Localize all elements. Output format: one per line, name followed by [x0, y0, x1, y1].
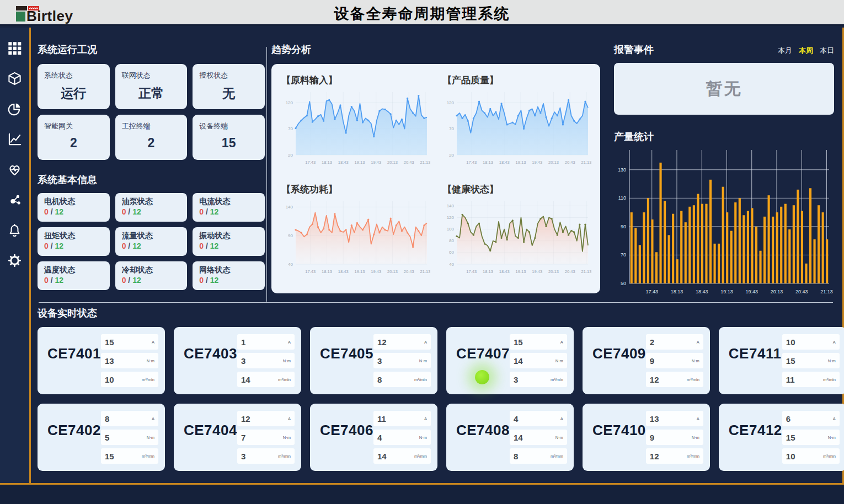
production-bar: [734, 202, 736, 283]
svg-text:19:13: 19:13: [516, 160, 526, 165]
cube-icon[interactable]: [7, 70, 23, 87]
production-bar: [747, 211, 749, 283]
svg-text:20:13: 20:13: [548, 269, 559, 274]
line-chart-icon[interactable]: [7, 131, 23, 147]
raw-input-chart-title: 【原料输入】: [281, 74, 430, 87]
device-card-ce7403[interactable]: CE7403 1 A 3 N·m 14 m³/min: [174, 327, 301, 394]
alarm-tab[interactable]: 本日: [820, 46, 834, 56]
device-card-ce7411[interactable]: CE7411 10 A 15 N·m 11 m³/min: [719, 327, 844, 394]
trend-chart-card: 【原料输入】120702017:4318:1318:4319:1319:4320…: [271, 64, 600, 293]
device-card-ce7405[interactable]: CE7405 12 A 3 N·m 8 m³/min: [310, 327, 437, 394]
apps-grid-icon[interactable]: [7, 40, 23, 56]
production-bar: [726, 212, 728, 283]
device-unit: A: [424, 340, 427, 345]
device-value: 15: [105, 452, 114, 461]
settings-icon[interactable]: [7, 252, 23, 269]
info-card-label: 温度状态: [44, 265, 103, 275]
device-unit: N·m: [283, 435, 291, 440]
device-unit: A: [833, 416, 836, 421]
footer-bar: [0, 485, 844, 504]
svg-text:21:13: 21:13: [581, 160, 591, 165]
production-bar: [826, 239, 828, 283]
svg-text:70: 70: [621, 252, 626, 258]
pie-chart-icon[interactable]: [7, 100, 23, 117]
device-value: 3: [241, 452, 245, 461]
device-unit: m³/min: [414, 454, 427, 459]
production-bar: [722, 187, 724, 283]
alarm-tab[interactable]: 本周: [799, 46, 813, 56]
info-card-count: 0 / 12: [44, 276, 103, 285]
device-value: 13: [650, 414, 659, 423]
info-count-separator: /: [49, 242, 55, 250]
device-value: 14: [514, 356, 523, 366]
health-monitor-icon[interactable]: [7, 161, 23, 178]
svg-text:17:43: 17:43: [645, 289, 658, 294]
device-card-ce7412[interactable]: CE7412 6 A 15 N·m 10 m³/min: [719, 404, 844, 471]
app-header: Birtley 设备全寿命周期管理系统: [0, 0, 844, 26]
svg-text:19:43: 19:43: [532, 269, 542, 274]
production-bar: [680, 211, 682, 283]
device-values-column: 15 A 14 N·m 3 m³/min: [510, 334, 567, 389]
production-bar: [693, 205, 695, 283]
device-name: CE7410: [592, 422, 646, 465]
device-name: CE7403: [184, 345, 237, 389]
svg-text:130: 130: [618, 167, 626, 173]
device-unit: N·m: [419, 435, 427, 440]
device-value: 15: [786, 433, 795, 442]
info-count-current: 0: [199, 276, 204, 285]
info-count-separator: /: [49, 207, 55, 216]
device-value-row: 1 A: [237, 334, 295, 350]
device-card-ce7401[interactable]: CE7401 15 A 13 N·m 10 m³/min: [38, 327, 165, 394]
svg-text:80: 80: [449, 238, 454, 243]
network-icon[interactable]: [7, 191, 23, 208]
device-values-column: 8 A 5 N·m 15 m³/min: [101, 411, 158, 465]
status-indicator-green: [475, 370, 489, 384]
run-card-label: 系统状态: [44, 71, 103, 81]
device-card-ce7406[interactable]: CE7406 11 A 4 N·m 14 m³/min: [310, 404, 437, 471]
device-value: 3: [377, 356, 382, 366]
production-bar: [709, 180, 712, 283]
svg-text:17:43: 17:43: [305, 160, 316, 165]
device-name: CE7411: [729, 345, 782, 389]
info-count-separator: /: [204, 242, 210, 250]
device-card-ce7410[interactable]: CE7410 13 A 9 N·m 12 m³/min: [583, 404, 710, 471]
device-value: 8: [105, 414, 109, 423]
run-status-card: 智能网关 2: [38, 115, 110, 160]
bell-icon[interactable]: [7, 222, 23, 238]
run-card-value: 2: [122, 136, 181, 151]
production-bar: [801, 211, 803, 283]
run-card-value: 2: [44, 136, 103, 151]
info-card-label: 电机状态: [44, 197, 103, 207]
production-bar: [751, 208, 753, 283]
device-card-ce7407[interactable]: CE7407 15 A 14 N·m 3 m³/min: [446, 327, 574, 394]
production-bar: [651, 219, 653, 283]
device-unit: A: [288, 340, 291, 345]
device-card-ce7402[interactable]: CE7402 8 A 5 N·m 15 m³/min: [38, 404, 165, 471]
device-card-ce7404[interactable]: CE7404 12 A 7 N·m 3 m³/min: [174, 404, 301, 471]
device-name: CE7405: [320, 345, 373, 389]
production-bar: [788, 229, 790, 283]
info-count-total: 12: [132, 276, 141, 285]
dashboard-root: Birtley 设备全寿命周期管理系统 系统运行工况 系统状态 运行联网状态 正…: [0, 0, 844, 504]
basic-info-card: 电流状态 0 / 12: [193, 193, 265, 222]
device-value: 5: [105, 433, 109, 442]
device-value-row: 15 A: [510, 334, 567, 350]
device-values-column: 15 A 13 N·m 10 m³/min: [101, 334, 158, 389]
device-value: 12: [650, 452, 659, 461]
device-value-row: 13 A: [646, 411, 703, 426]
device-unit: m³/min: [142, 377, 154, 382]
device-card-ce7408[interactable]: CE7408 4 A 14 N·m 8 m³/min: [446, 404, 574, 471]
svg-text:19:13: 19:13: [720, 289, 733, 294]
device-value-row: 14 N·m: [510, 430, 567, 445]
info-card-count: 0 / 12: [122, 242, 181, 250]
alarm-tab[interactable]: 本月: [778, 46, 792, 56]
device-unit: m³/min: [278, 377, 291, 382]
svg-text:70: 70: [288, 126, 293, 131]
device-name: CE7408: [456, 422, 510, 465]
device-value: 3: [514, 375, 518, 384]
svg-text:19:43: 19:43: [371, 160, 381, 165]
run-status-card: 授权状态 无: [193, 64, 265, 109]
device-card-ce7409[interactable]: CE7409 2 A 9 N·m 12 m³/min: [583, 327, 710, 394]
info-card-label: 油泵状态: [122, 197, 181, 207]
production-bar: [776, 212, 778, 283]
